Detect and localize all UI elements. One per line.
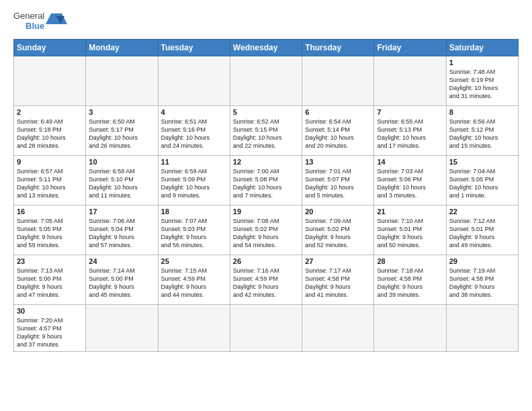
day-number: 3 bbox=[89, 108, 154, 116]
cell-sun-info: Sunrise: 6:49 AM Sunset: 5:18 PM Dayligh… bbox=[17, 118, 83, 150]
cell-sun-info: Sunrise: 6:58 AM Sunset: 5:10 PM Dayligh… bbox=[89, 167, 154, 200]
day-number: 12 bbox=[233, 158, 299, 166]
calendar-cell: 28Sunrise: 7:18 AM Sunset: 4:58 PM Dayli… bbox=[374, 255, 446, 305]
day-number: 16 bbox=[17, 208, 83, 216]
day-number: 26 bbox=[233, 257, 299, 265]
calendar-cell bbox=[374, 305, 446, 352]
day-number: 19 bbox=[233, 208, 299, 216]
calendar-cell bbox=[158, 56, 230, 106]
weekday-header-tuesday: Tuesday bbox=[158, 40, 230, 56]
calendar-cell bbox=[374, 56, 446, 106]
day-number: 15 bbox=[449, 158, 515, 166]
calendar-cell: 7Sunrise: 6:55 AM Sunset: 5:13 PM Daylig… bbox=[374, 106, 446, 156]
day-number: 9 bbox=[17, 158, 83, 166]
calendar-cell: 21Sunrise: 7:10 AM Sunset: 5:01 PM Dayli… bbox=[374, 205, 446, 255]
cell-sun-info: Sunrise: 7:00 AM Sunset: 5:08 PM Dayligh… bbox=[233, 167, 299, 200]
logo-text-general: General bbox=[13, 11, 44, 21]
day-number: 23 bbox=[17, 257, 83, 265]
svg-marker-0 bbox=[46, 13, 67, 24]
cell-sun-info: Sunrise: 7:19 AM Sunset: 4:58 PM Dayligh… bbox=[449, 267, 515, 300]
cell-sun-info: Sunrise: 7:17 AM Sunset: 4:58 PM Dayligh… bbox=[305, 267, 371, 300]
weekday-header-row: SundayMondayTuesdayWednesdayThursdayFrid… bbox=[14, 40, 519, 56]
calendar-cell: 17Sunrise: 7:06 AM Sunset: 5:04 PM Dayli… bbox=[86, 205, 158, 255]
day-number: 24 bbox=[89, 257, 154, 265]
day-number: 28 bbox=[377, 257, 443, 265]
day-number: 20 bbox=[305, 208, 371, 216]
calendar-table: SundayMondayTuesdayWednesdayThursdayFrid… bbox=[13, 39, 519, 352]
day-number: 8 bbox=[449, 108, 515, 116]
day-number: 13 bbox=[305, 158, 371, 166]
calendar-cell: 5Sunrise: 6:52 AM Sunset: 5:15 PM Daylig… bbox=[230, 106, 302, 156]
cell-sun-info: Sunrise: 7:14 AM Sunset: 5:00 PM Dayligh… bbox=[89, 267, 154, 300]
calendar-cell: 15Sunrise: 7:04 AM Sunset: 5:05 PM Dayli… bbox=[446, 156, 518, 205]
calendar-cell: 9Sunrise: 6:57 AM Sunset: 5:11 PM Daylig… bbox=[14, 156, 86, 205]
logo-text-blue: Blue bbox=[26, 21, 44, 31]
cell-sun-info: Sunrise: 6:55 AM Sunset: 5:13 PM Dayligh… bbox=[377, 118, 443, 150]
day-number: 14 bbox=[377, 158, 443, 166]
calendar-cell bbox=[14, 56, 86, 106]
week-row-5: 23Sunrise: 7:13 AM Sunset: 5:00 PM Dayli… bbox=[14, 255, 519, 305]
week-row-4: 16Sunrise: 7:05 AM Sunset: 5:05 PM Dayli… bbox=[14, 205, 519, 255]
calendar-cell bbox=[86, 56, 158, 106]
calendar-cell: 30Sunrise: 7:20 AM Sunset: 4:57 PM Dayli… bbox=[14, 305, 86, 352]
cell-sun-info: Sunrise: 7:05 AM Sunset: 5:05 PM Dayligh… bbox=[17, 217, 83, 250]
day-number: 4 bbox=[161, 108, 227, 116]
calendar-cell bbox=[446, 305, 518, 352]
cell-sun-info: Sunrise: 6:57 AM Sunset: 5:11 PM Dayligh… bbox=[17, 167, 83, 200]
day-number: 2 bbox=[17, 108, 83, 116]
calendar-cell: 4Sunrise: 6:51 AM Sunset: 5:16 PM Daylig… bbox=[158, 106, 230, 156]
calendar-cell: 29Sunrise: 7:19 AM Sunset: 4:58 PM Dayli… bbox=[446, 255, 518, 305]
calendar-cell: 16Sunrise: 7:05 AM Sunset: 5:05 PM Dayli… bbox=[14, 205, 86, 255]
weekday-header-saturday: Saturday bbox=[446, 40, 518, 56]
day-number: 11 bbox=[161, 158, 227, 166]
day-number: 21 bbox=[377, 208, 443, 216]
calendar-cell: 12Sunrise: 7:00 AM Sunset: 5:08 PM Dayli… bbox=[230, 156, 302, 205]
week-row-6: 30Sunrise: 7:20 AM Sunset: 4:57 PM Dayli… bbox=[14, 305, 519, 352]
cell-sun-info: Sunrise: 7:48 AM Sunset: 6:19 PM Dayligh… bbox=[449, 68, 515, 101]
calendar-cell: 3Sunrise: 6:50 AM Sunset: 5:17 PM Daylig… bbox=[86, 106, 158, 156]
weekday-header-thursday: Thursday bbox=[302, 40, 374, 56]
weekday-header-wednesday: Wednesday bbox=[230, 40, 302, 56]
day-number: 30 bbox=[17, 307, 83, 315]
weekday-header-monday: Monday bbox=[86, 40, 158, 56]
weekday-header-sunday: Sunday bbox=[14, 40, 86, 56]
cell-sun-info: Sunrise: 6:59 AM Sunset: 5:09 PM Dayligh… bbox=[161, 167, 227, 200]
week-row-2: 2Sunrise: 6:49 AM Sunset: 5:18 PM Daylig… bbox=[14, 106, 519, 156]
cell-sun-info: Sunrise: 7:13 AM Sunset: 5:00 PM Dayligh… bbox=[17, 267, 83, 300]
day-number: 6 bbox=[305, 108, 371, 116]
cell-sun-info: Sunrise: 7:06 AM Sunset: 5:04 PM Dayligh… bbox=[89, 217, 154, 250]
logo-triangle-icon bbox=[46, 11, 67, 30]
calendar-cell bbox=[158, 305, 230, 352]
day-number: 29 bbox=[449, 257, 515, 265]
cell-sun-info: Sunrise: 7:08 AM Sunset: 5:02 PM Dayligh… bbox=[233, 217, 299, 250]
cell-sun-info: Sunrise: 7:15 AM Sunset: 4:59 PM Dayligh… bbox=[161, 267, 227, 300]
calendar-cell: 25Sunrise: 7:15 AM Sunset: 4:59 PM Dayli… bbox=[158, 255, 230, 305]
calendar-cell: 14Sunrise: 7:03 AM Sunset: 5:06 PM Dayli… bbox=[374, 156, 446, 205]
calendar-cell: 2Sunrise: 6:49 AM Sunset: 5:18 PM Daylig… bbox=[14, 106, 86, 156]
cell-sun-info: Sunrise: 6:56 AM Sunset: 5:12 PM Dayligh… bbox=[449, 118, 515, 150]
cell-sun-info: Sunrise: 6:54 AM Sunset: 5:14 PM Dayligh… bbox=[305, 118, 371, 150]
calendar-cell: 6Sunrise: 6:54 AM Sunset: 5:14 PM Daylig… bbox=[302, 106, 374, 156]
week-row-3: 9Sunrise: 6:57 AM Sunset: 5:11 PM Daylig… bbox=[14, 156, 519, 205]
calendar-cell: 1Sunrise: 7:48 AM Sunset: 6:19 PM Daylig… bbox=[446, 56, 518, 106]
calendar-cell: 24Sunrise: 7:14 AM Sunset: 5:00 PM Dayli… bbox=[86, 255, 158, 305]
day-number: 10 bbox=[89, 158, 154, 166]
calendar-cell bbox=[302, 56, 374, 106]
day-number: 25 bbox=[161, 257, 227, 265]
calendar-cell bbox=[230, 56, 302, 106]
calendar-cell: 10Sunrise: 6:58 AM Sunset: 5:10 PM Dayli… bbox=[86, 156, 158, 205]
day-number: 1 bbox=[449, 58, 515, 66]
logo: General Blue bbox=[13, 11, 67, 31]
cell-sun-info: Sunrise: 7:01 AM Sunset: 5:07 PM Dayligh… bbox=[305, 167, 371, 200]
cell-sun-info: Sunrise: 6:52 AM Sunset: 5:15 PM Dayligh… bbox=[233, 118, 299, 150]
calendar-cell: 8Sunrise: 6:56 AM Sunset: 5:12 PM Daylig… bbox=[446, 106, 518, 156]
cell-sun-info: Sunrise: 7:16 AM Sunset: 4:59 PM Dayligh… bbox=[233, 267, 299, 300]
header: General Blue bbox=[13, 11, 519, 31]
day-number: 18 bbox=[161, 208, 227, 216]
cell-sun-info: Sunrise: 7:12 AM Sunset: 5:01 PM Dayligh… bbox=[449, 217, 515, 250]
calendar-cell: 22Sunrise: 7:12 AM Sunset: 5:01 PM Dayli… bbox=[446, 205, 518, 255]
page: General Blue SundayMondayTuesdayWednesda… bbox=[0, 0, 532, 359]
day-number: 5 bbox=[233, 108, 299, 116]
day-number: 27 bbox=[305, 257, 371, 265]
calendar-cell: 27Sunrise: 7:17 AM Sunset: 4:58 PM Dayli… bbox=[302, 255, 374, 305]
